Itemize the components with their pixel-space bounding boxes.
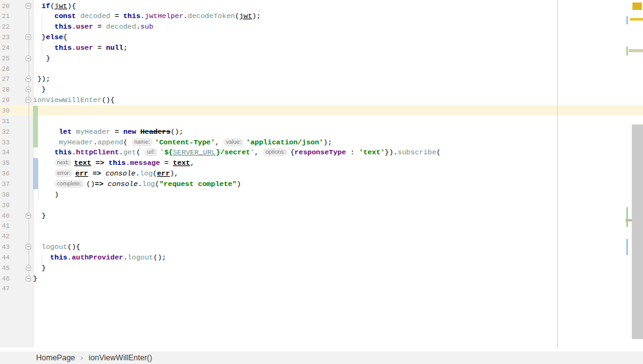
code-token: responseType [294, 148, 346, 156]
fold-rail-line [29, 9, 29, 282]
code-token: null [106, 44, 123, 52]
breadcrumb-item-method[interactable]: ionViewWillEnter() [89, 353, 153, 362]
code-line[interactable]: ) [33, 190, 59, 200]
line-number: 39 [2, 200, 17, 211]
code-token: : [346, 148, 359, 156]
line-number: 26 [2, 64, 17, 75]
fold-end-icon[interactable] [26, 276, 31, 281]
code-token: } [42, 212, 46, 220]
code-token: "request complete" [159, 180, 237, 188]
line-number: 42 [2, 231, 17, 242]
code-token: ){ [67, 2, 76, 10]
fold-end-icon[interactable] [26, 213, 31, 218]
code-line[interactable]: logout(){ [33, 242, 80, 253]
code-token: console [105, 169, 135, 177]
code-line[interactable]: ionViewWillEnter(){ [33, 95, 115, 106]
fold-collapse-icon[interactable] [26, 244, 31, 250]
code-token: this [123, 12, 141, 20]
line-number: 24 [2, 43, 17, 54]
line-number: 43 [2, 242, 17, 253]
line-number: 38 [2, 190, 17, 200]
code-line[interactable]: }else{ [33, 32, 67, 43]
code-line[interactable]: error:err => console.log(err), [33, 169, 179, 179]
code-token [88, 169, 93, 177]
code-token: . [184, 12, 188, 20]
code-token: (){ [67, 243, 80, 251]
code-token: ) [237, 180, 241, 188]
code-editor: 20 if(jwt){21 const decoded = this.jwtHe… [0, 0, 643, 364]
inspections-summary-icon[interactable] [632, 2, 642, 10]
code-line[interactable]: this.user = null; [33, 43, 128, 54]
code-token: ; [123, 44, 128, 52]
caret-line-highlight [0, 105, 643, 116]
vertical-scrollbar-thumb[interactable] [632, 124, 643, 339]
change-mark-modified[interactable] [626, 239, 628, 255]
code-line[interactable]: this.httpClient.get( url:`${SERVER_URL}/… [33, 147, 441, 158]
code-line[interactable]: complete:()=> console.log("request compl… [33, 179, 241, 190]
code-token: Headers [141, 128, 171, 136]
fold-collapse-icon[interactable] [26, 97, 31, 103]
code-token: }/secret` [216, 148, 255, 156]
fold-end-icon[interactable] [26, 76, 31, 82]
code-line[interactable]: if(jwt){ [33, 1, 76, 12]
code-line[interactable]: }); [33, 74, 50, 85]
code-line[interactable]: let myHeader = new Headers(); [33, 127, 184, 138]
code-token: => [96, 159, 105, 167]
code-token: . [119, 148, 123, 156]
code-line[interactable]: } [33, 211, 46, 222]
code-token: ) [55, 190, 59, 198]
code-token: else [46, 33, 63, 41]
code-token: } [42, 33, 46, 41]
code-token: () [87, 180, 95, 188]
fold-end-icon[interactable] [26, 86, 31, 92]
fold-end-icon[interactable] [26, 265, 31, 271]
code-token: . [126, 159, 130, 167]
line-number: 35 [2, 158, 17, 169]
line-number: 40 [2, 211, 17, 222]
vcs-change-marker[interactable] [33, 116, 38, 126]
code-token: text [74, 159, 92, 167]
code-line[interactable]: myHeader.append( name:'Content-Type', va… [33, 138, 332, 148]
line-number: 47 [2, 284, 17, 294]
code-token [92, 159, 96, 167]
code-token: } [33, 274, 37, 282]
code-line[interactable]: } [33, 263, 46, 274]
code-token: . [123, 253, 128, 261]
code-token: 'text' [359, 148, 385, 156]
code-token: , [215, 138, 223, 146]
code-token: logout [42, 243, 67, 251]
code-token: this [108, 159, 126, 167]
code-token: => [95, 180, 103, 188]
code-line[interactable]: } [33, 274, 37, 284]
code-token: `${ [160, 148, 173, 156]
code-token: (){ [101, 96, 115, 104]
line-number: 37 [2, 179, 17, 190]
code-line[interactable]: this.user = decoded.sub [33, 22, 153, 32]
code-token: }); [37, 75, 50, 83]
code-token: . [136, 22, 141, 30]
code-line[interactable]: } [33, 54, 50, 64]
change-mark-added[interactable] [626, 47, 628, 55]
code-token: } [42, 85, 46, 93]
code-line[interactable]: this.authProvider.logout(); [33, 253, 166, 263]
code-token: = [93, 22, 106, 30]
fold-collapse-icon[interactable] [26, 34, 31, 40]
vcs-change-marker[interactable] [33, 106, 38, 116]
code-token: } [46, 54, 50, 62]
breadcrumb-item-class[interactable]: HomePage [36, 353, 75, 362]
code-token: ), [170, 169, 179, 177]
change-mark-modified[interactable] [626, 16, 628, 24]
code-line[interactable]: const decoded = this.jwtHelper.decodeTok… [33, 11, 261, 22]
code-token: const [55, 12, 77, 20]
change-mark-added[interactable] [626, 207, 628, 227]
code-token: decodeToken [188, 12, 235, 20]
code-token: err [75, 169, 88, 177]
line-number: 25 [2, 54, 17, 64]
warning-mark[interactable] [630, 18, 643, 21]
code-line[interactable]: } [33, 85, 46, 95]
code-line[interactable]: next:text => this.message = text, [33, 158, 194, 169]
fold-collapse-icon[interactable] [26, 3, 31, 9]
fold-end-icon[interactable] [26, 55, 31, 61]
weak-warning-mark[interactable] [629, 49, 643, 52]
code-token: , [255, 148, 263, 156]
